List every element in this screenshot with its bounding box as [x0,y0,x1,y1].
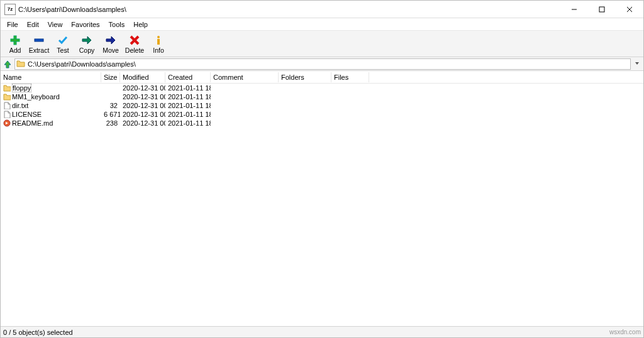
menubar: File Edit View Favorites Tools Help [1,18,643,31]
info-label: Info [153,46,164,54]
watermark: wsxdn.com [609,329,641,335]
move-label: Move [103,46,119,54]
file-modified: 2020-12-31 00:09 [120,84,165,92]
address-input[interactable]: C:\Users\patri\Downloads\samples\ [14,58,631,70]
statusbar: 0 / 5 object(s) selected wsxdn.com [1,326,643,337]
svg-rect-5 [11,39,19,41]
extract-button[interactable]: Extract [27,32,51,55]
copy-label: Copy [79,46,95,54]
file-created: 2021-01-11 18:17 [165,84,211,92]
maximize-button[interactable] [588,1,616,18]
svg-rect-6 [35,39,43,41]
menu-tools[interactable]: Tools [105,20,129,29]
menu-file[interactable]: File [3,20,22,29]
copy-button[interactable]: Copy [75,32,99,55]
file-created: 2021-01-11 18:18 [165,102,211,109]
svg-marker-13 [4,61,11,68]
file-name: floppy [12,84,31,92]
doc-icon [3,102,11,109]
info-icon [152,34,165,46]
delete-label: Delete [125,46,144,54]
svg-marker-8 [106,36,115,44]
column-comment[interactable]: Comment [211,72,279,82]
file-size: 238 [101,119,120,127]
file-created: 2021-01-11 18:18 [165,111,211,118]
folder-icon [16,60,25,68]
minus-icon [33,34,45,46]
add-label: Add [9,46,21,54]
move-button[interactable]: Move [99,32,123,55]
file-modified: 2020-12-31 00:25 [120,119,165,127]
svg-marker-15 [635,62,639,65]
file-modified: 2020-12-31 00:09 [120,93,165,101]
svg-marker-17 [4,94,11,100]
svg-rect-1 [599,7,604,12]
info-button[interactable]: Info [147,32,170,55]
file-modified: 2020-12-31 00:25 [120,102,165,109]
file-created: 2021-01-11 18:18 [165,119,211,127]
menu-help[interactable]: Help [130,20,152,29]
plus-icon [9,34,21,46]
svg-marker-18 [4,102,10,109]
test-button[interactable]: Test [51,32,75,55]
address-text: C:\Users\patri\Downloads\samples\ [28,60,136,68]
check-icon [57,34,69,46]
menu-favorites[interactable]: Favorites [67,20,103,29]
svg-marker-14 [17,61,25,67]
doc-icon [3,111,11,118]
arrow-right-solid-icon [104,34,117,46]
file-created: 2021-01-11 18:17 [165,93,211,101]
address-dropdown[interactable] [632,60,642,68]
file-size: 6 671 [101,111,120,118]
table-row[interactable]: floppy2020-12-31 00:092021-01-11 18:17 [1,84,643,92]
svg-marker-19 [4,111,10,118]
md-icon [3,119,11,127]
svg-marker-7 [82,36,91,44]
column-modified[interactable]: Modified [120,72,165,82]
file-name: LICENSE [12,111,42,118]
up-button[interactable] [2,58,13,70]
column-header-row: Name Size Modified Created Comment Folde… [1,71,643,84]
addressbar: C:\Users\patri\Downloads\samples\ [1,57,643,71]
toolbar: Add Extract Test Copy Move Delete Info [1,31,643,57]
minimize-button[interactable] [560,1,588,18]
table-row[interactable]: MM1_keyboard2020-12-31 00:092021-01-11 1… [1,92,643,101]
file-name: dir.txt [12,102,28,109]
menu-edit[interactable]: Edit [23,20,43,29]
file-modified: 2020-12-31 00:25 [120,111,165,118]
file-size: 32 [101,102,120,109]
column-folders[interactable]: Folders [279,72,331,82]
folder-icon [3,93,11,101]
svg-point-11 [157,36,160,38]
close-button[interactable] [616,1,643,18]
svg-marker-16 [4,85,11,91]
svg-rect-12 [157,39,160,45]
add-button[interactable]: Add [3,32,27,55]
table-row[interactable]: LICENSE6 6712020-12-31 00:252021-01-11 1… [1,110,643,119]
column-name[interactable]: Name [1,72,101,82]
table-row[interactable]: README.md2382020-12-31 00:252021-01-11 1… [1,119,643,128]
file-list[interactable]: floppy2020-12-31 00:092021-01-11 18:17MM… [1,84,643,326]
menu-view[interactable]: View [44,20,67,29]
app-icon: 7z [4,4,16,15]
table-row[interactable]: dir.txt322020-12-31 00:252021-01-11 18:1… [1,101,643,110]
arrow-right-icon [80,34,93,46]
delete-button[interactable]: Delete [123,32,147,55]
file-name: README.md [12,119,53,127]
window-title: C:\Users\patri\Downloads\samples\ [18,6,560,13]
status-text: 0 / 5 object(s) selected [3,329,73,336]
column-files[interactable]: Files [331,72,369,82]
x-icon [128,34,141,46]
column-size[interactable]: Size [101,72,120,82]
extract-label: Extract [29,46,50,54]
column-created[interactable]: Created [165,72,211,82]
folder-icon [3,84,11,92]
titlebar: 7z C:\Users\patri\Downloads\samples\ [1,1,643,18]
file-name: MM1_keyboard [12,93,60,101]
test-label: Test [57,46,69,54]
